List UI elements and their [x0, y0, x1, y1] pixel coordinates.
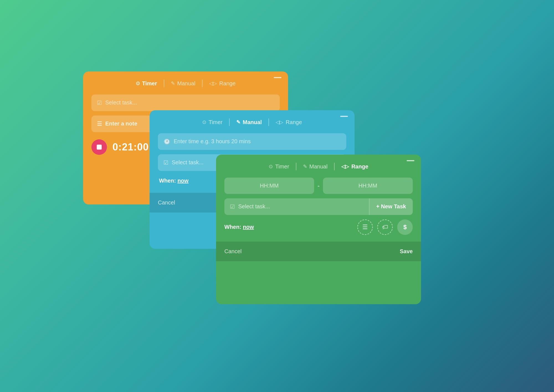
green-card-body: HH:MM - HH:MM ☑ Select task... + New Tas…: [216, 178, 421, 242]
green-range-row: HH:MM - HH:MM: [224, 178, 413, 194]
orange-timer-display: 0:21:00: [112, 141, 149, 153]
green-card-footer: Cancel Save: [216, 242, 421, 261]
dollar-icon: $: [403, 224, 407, 231]
green-minimize-button[interactable]: [407, 160, 414, 161]
orange-tab-manual[interactable]: ✎ Manual: [164, 78, 202, 89]
green-tab-range[interactable]: ◁▷ Range: [335, 161, 375, 172]
note-lines-icon: ☰: [362, 224, 368, 231]
range-icon: ◁▷: [276, 119, 283, 125]
blue-when-label: When: now: [159, 178, 189, 184]
range-icon: ◁▷: [209, 80, 217, 86]
green-when-icons-row: When: now ☰ 🏷 $: [224, 219, 413, 235]
green-end-time-input[interactable]: HH:MM: [323, 178, 413, 194]
green-tag-button[interactable]: 🏷: [377, 219, 393, 235]
blue-tab-group: ⊙ Timer ✎ Manual ◁▷ Range: [196, 117, 309, 128]
orange-minimize-button[interactable]: [274, 77, 281, 78]
green-card: ⊙ Timer ✎ Manual ◁▷ Range HH:MM: [216, 155, 421, 304]
edit-icon: ✎: [303, 163, 307, 170]
green-save-button[interactable]: Save: [400, 247, 413, 256]
blue-cancel-button[interactable]: Cancel: [158, 198, 175, 207]
green-card-header: ⊙ Timer ✎ Manual ◁▷ Range: [216, 155, 421, 178]
play-icon: ⊙: [202, 119, 206, 125]
blue-time-input-field[interactable]: 🕐: [158, 133, 346, 150]
green-note-button[interactable]: ☰: [357, 219, 373, 235]
green-new-task-button[interactable]: + New Task: [369, 198, 413, 215]
task-checkbox-icon: ☑: [163, 159, 168, 166]
orange-tab-timer[interactable]: ⊙ Timer: [129, 78, 164, 89]
play-icon: ⊙: [136, 80, 140, 86]
green-range-separator: -: [317, 182, 320, 189]
orange-select-task-field[interactable]: ☑: [91, 94, 280, 111]
edit-icon: ✎: [236, 119, 240, 125]
green-cancel-button[interactable]: Cancel: [224, 247, 242, 256]
orange-card-header: ⊙ Timer ✎ Manual ◁▷ Range: [83, 71, 288, 94]
green-start-time-input[interactable]: HH:MM: [224, 178, 314, 194]
blue-tab-timer[interactable]: ⊙ Timer: [196, 117, 229, 128]
green-billing-button[interactable]: $: [397, 219, 413, 235]
orange-select-task-input[interactable]: [105, 99, 274, 106]
blue-tab-manual[interactable]: ✎ Manual: [230, 117, 268, 128]
green-when-label: When: now: [224, 224, 254, 230]
green-task-row: ☑ Select task... + New Task: [224, 198, 413, 215]
green-select-task-field[interactable]: ☑ Select task...: [224, 198, 369, 215]
task-checkbox-icon: ☑: [230, 203, 235, 210]
blue-card-header: ⊙ Timer ✎ Manual ◁▷ Range: [150, 110, 355, 133]
orange-stop-button[interactable]: [91, 139, 107, 155]
blue-when-now[interactable]: now: [178, 178, 189, 184]
green-tab-group: ⊙ Timer ✎ Manual ◁▷ Range: [262, 161, 375, 172]
stop-icon: [97, 145, 102, 150]
green-when-now[interactable]: now: [243, 224, 254, 230]
green-tab-manual[interactable]: ✎ Manual: [296, 161, 334, 172]
green-tab-timer[interactable]: ⊙ Timer: [262, 161, 296, 172]
range-icon: ◁▷: [341, 163, 349, 170]
orange-tab-range[interactable]: ◁▷ Range: [202, 78, 242, 89]
task-checkbox-icon: ☑: [97, 99, 102, 106]
edit-icon: ✎: [171, 80, 175, 86]
note-lines-icon: ☰: [97, 121, 102, 127]
blue-time-input[interactable]: [174, 138, 341, 145]
blue-tab-range[interactable]: ◁▷ Range: [269, 117, 309, 128]
blue-minimize-button[interactable]: [340, 116, 348, 117]
tag-icon: 🏷: [382, 224, 388, 231]
orange-tab-group: ⊙ Timer ✎ Manual ◁▷ Range: [129, 78, 242, 89]
green-icon-buttons: ☰ 🏷 $: [357, 219, 413, 235]
play-icon: ⊙: [269, 163, 273, 170]
clock-icon: 🕐: [163, 138, 170, 145]
cards-container: ⊙ Timer ✎ Manual ◁▷ Range ☑: [83, 71, 471, 321]
